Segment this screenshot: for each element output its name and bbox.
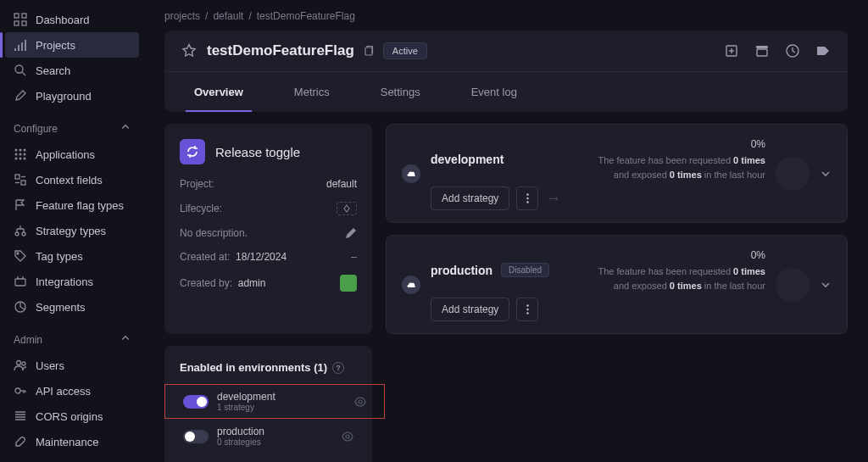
sidebar-item-strategy-types[interactable]: Strategy types (5, 218, 139, 243)
tab-settings[interactable]: Settings (372, 72, 429, 112)
sidebar-item-users[interactable]: Users (5, 353, 139, 378)
playground-icon (14, 89, 27, 103)
cloud-icon (402, 164, 420, 183)
sidebar-item-feature-flag-types[interactable]: Feature flag types (5, 192, 139, 218)
avatar (340, 275, 357, 292)
svg-point-49 (526, 201, 528, 203)
add-strategy-button[interactable]: Add strategy (431, 298, 509, 321)
sidebar-section-configure[interactable]: Configure (5, 115, 139, 142)
sidebar: Dashboard Projects Search Playground Con… (0, 0, 144, 462)
breadcrumb-default[interactable]: default (213, 10, 243, 22)
sidebar-label: Context fields (36, 174, 103, 186)
breadcrumb: projects / default / testDemoFeatureFlag (164, 10, 848, 22)
env-toggle[interactable] (183, 395, 209, 409)
add-strategy-button[interactable]: Add strategy (431, 186, 509, 210)
release-panel: Release toggle Project:default Lifecycle… (164, 124, 372, 334)
dashboard-icon (14, 13, 27, 26)
sidebar-item-cors-origins[interactable]: CORS origins (5, 404, 139, 429)
sidebar-item-tag-types[interactable]: Tag types (5, 243, 139, 269)
sidebar-label: Dashboard (36, 14, 90, 26)
svg-rect-1 (22, 14, 26, 18)
favorite-star-icon[interactable] (181, 43, 197, 58)
sidebar-item-playground[interactable]: Playground (5, 83, 139, 109)
visibility-icon[interactable] (354, 396, 366, 408)
env-toggle-sub: 0 strategies (217, 437, 333, 447)
sidebar-item-applications[interactable]: Applications (5, 142, 139, 167)
disabled-badge: Disabled (501, 263, 549, 277)
svg-rect-44 (756, 46, 768, 48)
svg-rect-26 (15, 279, 25, 286)
sidebar-item-context-fields[interactable]: Context fields (5, 167, 139, 192)
edit-description-icon[interactable] (345, 227, 357, 239)
chevron-down-icon[interactable] (820, 279, 832, 291)
grid-icon (14, 148, 27, 161)
arrow-icon: ⤑ (548, 192, 559, 205)
main-content: projects / default / testDemoFeatureFlag… (144, 0, 868, 462)
tab-overview[interactable]: Overview (186, 72, 252, 112)
enabled-title: Enabled in environments (1) (180, 361, 327, 374)
svg-point-30 (17, 361, 21, 365)
tab-event-log[interactable]: Event log (463, 72, 526, 112)
svg-point-17 (19, 158, 22, 160)
sidebar-item-dashboard[interactable]: Dashboard (5, 7, 139, 32)
tag-action-icon[interactable] (815, 43, 831, 58)
archive-icon[interactable] (754, 43, 770, 58)
more-options-button[interactable] (516, 298, 538, 321)
chevron-up-icon (120, 122, 131, 135)
sidebar-item-segments[interactable]: Segments (5, 294, 139, 320)
segments-icon (14, 300, 27, 314)
lifecycle-label: Lifecycle: (180, 203, 222, 214)
enabled-environments-panel: Enabled in environments (1) ? developmen… (164, 346, 372, 462)
env-toggle-sub: 1 strategy (217, 403, 346, 412)
copy-feature-icon[interactable] (724, 43, 739, 58)
feature-title: testDemoFeatureFlag (207, 42, 354, 59)
svg-point-23 (15, 232, 19, 236)
sidebar-item-api-access[interactable]: API access (5, 378, 139, 404)
list-icon (14, 409, 27, 423)
env-toggle-name: production (217, 426, 333, 437)
env-name: development (431, 153, 504, 166)
svg-rect-19 (15, 175, 19, 179)
svg-point-14 (19, 153, 22, 156)
chevron-down-icon[interactable] (820, 168, 832, 180)
sidebar-label: CORS origins (36, 410, 103, 423)
integrations-icon (14, 275, 27, 288)
sidebar-label: Strategy types (36, 225, 106, 237)
tag-icon (14, 249, 27, 263)
sidebar-item-integrations[interactable]: Integrations (5, 269, 139, 294)
breadcrumb-projects[interactable]: projects (164, 10, 200, 22)
lifecycle-badge (337, 202, 357, 215)
sidebar-item-maintenance[interactable]: Maintenance (5, 429, 139, 454)
visibility-icon[interactable] (342, 431, 353, 443)
tab-metrics[interactable]: Metrics (286, 72, 338, 112)
created-at-value: 18/12/2024 (236, 251, 287, 263)
flag-icon (14, 198, 27, 212)
help-icon[interactable]: ? (332, 362, 344, 374)
feature-header: testDemoFeatureFlag Active Overview Metr… (164, 31, 848, 112)
sidebar-label: Search (36, 64, 70, 77)
svg-rect-20 (21, 181, 25, 185)
svg-rect-45 (757, 49, 767, 56)
sidebar-item-projects[interactable]: Projects (5, 32, 139, 58)
env-stats: 0% The feature has been requested 0 time… (598, 136, 765, 181)
svg-point-54 (346, 435, 349, 438)
svg-point-11 (19, 149, 22, 152)
svg-point-51 (526, 309, 528, 310)
svg-rect-6 (21, 42, 23, 51)
svg-point-24 (22, 232, 25, 236)
svg-rect-3 (22, 21, 26, 25)
sidebar-item-search[interactable]: Search (5, 58, 139, 83)
more-options-button[interactable] (516, 186, 538, 210)
breadcrumb-feature[interactable]: testDemoFeatureFlag (257, 10, 355, 22)
env-toggle[interactable] (183, 430, 209, 443)
sidebar-item-instance-stats[interactable]: Instance stats (5, 454, 139, 462)
clock-icon[interactable] (785, 43, 800, 58)
sidebar-section-admin[interactable]: Admin (5, 326, 139, 353)
sidebar-label: Users (36, 359, 64, 372)
sidebar-label: Feature flag types (36, 199, 124, 212)
svg-point-15 (24, 153, 26, 156)
copy-icon[interactable] (363, 45, 375, 57)
svg-point-16 (15, 158, 18, 160)
svg-line-9 (22, 72, 25, 75)
sidebar-label: Tag types (36, 250, 83, 263)
